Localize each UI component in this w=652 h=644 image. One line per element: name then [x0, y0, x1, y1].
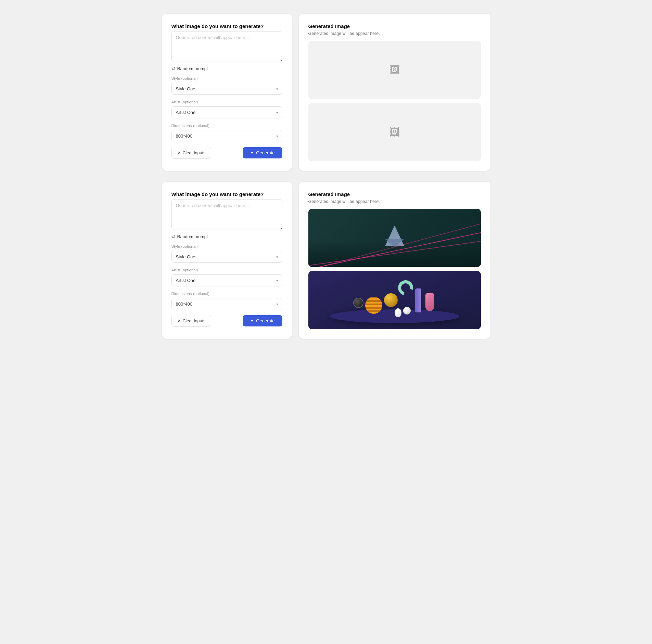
style-select-wrapper-1: Style One Style Two Style Three ▾	[171, 83, 282, 95]
wand-icon-1: ✦	[250, 150, 254, 155]
dimensions-label-1: Dimensions (optional)	[171, 123, 282, 128]
random-prompt-1[interactable]: ⇄ Random prompt	[171, 66, 282, 71]
prompt-label-2: What image do you want to generate?	[171, 191, 282, 197]
clear-button-1[interactable]: ✕ Clear inputs	[171, 147, 212, 159]
image-icon-1b: 🖼	[389, 126, 400, 139]
style-label-1: Style (optional)	[171, 76, 282, 81]
left-card-1: What image do you want to generate? ⇄ Ra…	[162, 14, 292, 171]
prompt-textarea-1[interactable]	[171, 31, 282, 62]
dimensions-select-1[interactable]: 800*400 1024*768 512*512	[171, 130, 282, 142]
artist-label-1: Artist (optional)	[171, 100, 282, 104]
artist-select-wrapper-2: Artist One Artist Two Artist Three ▾	[171, 274, 282, 286]
artist-select-1[interactable]: Artist One Artist Two Artist Three	[171, 106, 282, 118]
obj-purple-cylinder	[415, 288, 421, 312]
generate-button-1[interactable]: ✦ Generate	[243, 147, 282, 158]
prompt-textarea-2[interactable]	[171, 199, 282, 230]
obj-crescent	[395, 278, 416, 298]
row-1: What image do you want to generate? ⇄ Ra…	[162, 14, 490, 171]
generated-title-2: Generated Image	[308, 191, 481, 197]
style-label-2: Style (optional)	[171, 244, 282, 249]
random-prompt-label-2: Random prompt	[177, 234, 208, 239]
dimensions-select-wrapper-1: 800*400 1024*768 512*512 ▾	[171, 130, 282, 142]
dimensions-label-2: Dimensions (optional)	[171, 291, 282, 296]
image-icon-1a: 🖼	[389, 64, 400, 76]
dimensions-select-wrapper-2: 800*400 1024*768 512*512 ▾	[171, 298, 282, 310]
obj-striped-orb	[365, 297, 382, 314]
random-prompt-2[interactable]: ⇄ Random prompt	[171, 234, 282, 239]
obj-dark-sphere	[353, 298, 363, 308]
artist-select-2[interactable]: Artist One Artist Two Artist Three	[171, 274, 282, 286]
generate-button-2[interactable]: ✦ Generate	[243, 315, 282, 326]
actions-2: ✕ Clear inputs ✦ Generate	[171, 315, 282, 327]
generated-image-2a	[308, 209, 481, 267]
clear-x-icon-1: ✕	[177, 150, 181, 155]
generated-image-2b	[308, 271, 481, 329]
shuffle-icon-2: ⇄	[171, 234, 175, 239]
random-prompt-label-1: Random prompt	[177, 66, 208, 71]
image-placeholder-1a: 🖼	[308, 41, 481, 99]
scene-objects	[308, 271, 481, 329]
clear-button-2[interactable]: ✕ Clear inputs	[171, 315, 212, 327]
right-card-1: Generated Image Generated image will be …	[299, 14, 490, 171]
image-placeholder-1b: 🖼	[308, 103, 481, 161]
style-select-2[interactable]: Style One Style Two Style Three	[171, 251, 282, 263]
crystal-bottom	[385, 239, 404, 247]
clear-x-icon-2: ✕	[177, 318, 181, 323]
obj-pink-figure	[425, 293, 434, 311]
shuffle-icon-1: ⇄	[171, 66, 175, 71]
right-card-2: Generated Image Generated image will be …	[299, 182, 490, 339]
style-select-wrapper-2: Style One Style Two Style Three ▾	[171, 251, 282, 263]
actions-1: ✕ Clear inputs ✦ Generate	[171, 147, 282, 159]
left-card-2: What image do you want to generate? ⇄ Ra…	[162, 182, 292, 339]
generated-subtitle-2: Generated image will be appear here.	[308, 199, 481, 204]
artist-select-wrapper-1: Artist One Artist Two Artist Three ▾	[171, 106, 282, 118]
scene-crystal	[308, 209, 481, 267]
obj-white-sphere	[403, 307, 411, 314]
obj-gold-sphere	[384, 293, 398, 307]
style-select-1[interactable]: Style One Style Two Style Three	[171, 83, 282, 95]
wand-icon-2: ✦	[250, 318, 254, 323]
dimensions-select-2[interactable]: 800*400 1024*768 512*512	[171, 298, 282, 310]
generated-subtitle-1: Generated image will be appear here.	[308, 31, 481, 36]
obj-egg	[395, 308, 401, 317]
generated-title-1: Generated Image	[308, 23, 481, 29]
prompt-label-1: What image do you want to generate?	[171, 23, 282, 29]
row-2: What image do you want to generate? ⇄ Ra…	[162, 182, 490, 339]
artist-label-2: Artist (optional)	[171, 268, 282, 272]
